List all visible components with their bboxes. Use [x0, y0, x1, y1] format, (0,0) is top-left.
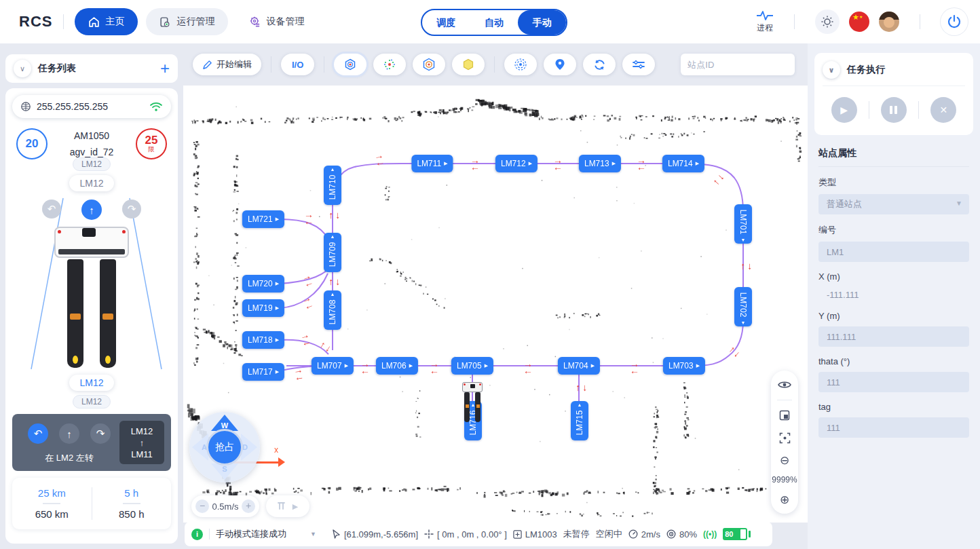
nav-straight-button[interactable]: ↑ [59, 423, 79, 444]
crosshair-icon [424, 529, 434, 539]
map-node-lm718[interactable]: LM718▶ [242, 331, 284, 349]
turn-right-button[interactable]: ↷ [122, 200, 141, 219]
connection-status: 手动模式连接成功 [216, 528, 286, 540]
station-properties-title: 站点属性 [818, 147, 969, 167]
map-node-lm719[interactable]: LM719▶ [242, 299, 284, 317]
manual-speed-control: − 0.5m/s + [191, 495, 259, 517]
agv-ip: 255.255.255.255 [37, 101, 108, 112]
network-icon [20, 101, 31, 112]
nav-home-pill[interactable]: 主页 [75, 8, 138, 35]
mode-dispatch[interactable]: 调度 [422, 10, 470, 35]
type-select-value[interactable] [818, 194, 969, 214]
start-edit-button[interactable]: 开始编辑 [193, 54, 261, 75]
joystick-d-button[interactable]: D [241, 434, 257, 461]
agv-speed-row: 20 AM1050 agv_id_72 25限 [12, 128, 171, 160]
turn-left-button[interactable]: ↶ [42, 200, 61, 219]
map-node-lm703[interactable]: LM703▶ [663, 357, 705, 375]
go-straight-button[interactable]: ↑ [81, 200, 102, 220]
theme-button[interactable] [815, 10, 840, 34]
map-node-lm711[interactable]: LM711▶ [411, 155, 453, 172]
zoom-in-button[interactable]: ⊕ [777, 492, 792, 507]
runtime-stat: 5 h 850 h [92, 487, 172, 520]
status-dropdown-caret[interactable]: ▼ [310, 531, 316, 537]
y-field[interactable] [818, 326, 969, 347]
nav-turn-left-button[interactable]: ↶ [28, 423, 48, 444]
map-node-lm720[interactable]: LM720▶ [242, 275, 284, 292]
nav-devices-pill[interactable]: 设备管理 [235, 8, 318, 35]
seize-control-button[interactable]: 抢占 [206, 429, 243, 466]
center-view-button[interactable] [777, 430, 792, 445]
task-play-button[interactable]: ▶ [831, 97, 857, 123]
user-avatar[interactable] [879, 12, 899, 32]
map-canvas[interactable]: LM711▶LM712▶LM713▶LM714▶▲LM710LM721▶▲LM7… [183, 86, 808, 523]
add-task-button[interactable]: + [160, 59, 170, 78]
speed-decrease-button[interactable]: − [195, 499, 209, 513]
current-station: LM1003 [513, 529, 557, 539]
layer-stations-button[interactable] [334, 54, 366, 75]
nav-turn-right-button[interactable]: ↷ [90, 423, 111, 444]
task-execution-title: 任务执行 [847, 64, 885, 76]
theta-field[interactable] [818, 372, 969, 392]
layer-zone-button[interactable] [452, 54, 485, 75]
map-node-lm701[interactable]: ▼LM701 [734, 204, 752, 244]
map-toolbar: 开始编辑 I/O [183, 43, 808, 86]
nav-operations-pill[interactable]: 运行管理 [146, 8, 228, 35]
speed-increase-button[interactable]: + [242, 499, 255, 513]
refresh-button[interactable] [583, 54, 616, 75]
tag-field[interactable] [818, 417, 969, 438]
map-node-lm713[interactable]: LM713▶ [579, 155, 621, 172]
locate-button[interactable] [544, 54, 576, 75]
io-button[interactable]: I/O [281, 54, 314, 75]
map-robot-marker[interactable] [462, 382, 483, 425]
zoom-out-button[interactable]: ⊖ [777, 453, 792, 468]
divider [271, 56, 271, 73]
direction-arrows: →← [304, 211, 314, 225]
task-cancel-button[interactable]: ✕ [930, 97, 956, 123]
manual-joystick: W A S D 抢占 [189, 412, 260, 482]
map-node-lm714[interactable]: LM714▶ [662, 155, 704, 172]
map-node-lm702[interactable]: ▼LM702 [734, 287, 752, 326]
station-search-input[interactable] [687, 60, 807, 70]
map-node-lm710[interactable]: ▲LM710 [324, 166, 341, 205]
filter-button[interactable] [622, 54, 655, 75]
agv-model: AM1050 [70, 128, 114, 144]
mode-auto[interactable]: 自动 [470, 10, 519, 35]
map-node-lm704[interactable]: LM704▶ [558, 357, 600, 375]
collapse-chevron-icon[interactable]: ∨ [14, 60, 31, 77]
map-node-lm709[interactable]: ▲LM709 [324, 233, 341, 272]
map-node-lm712[interactable]: LM712▶ [495, 155, 538, 172]
map-node-lm717[interactable]: LM717▶ [242, 363, 284, 381]
map-node-lm721[interactable]: LM721▶ [242, 210, 284, 228]
map-node-lm708[interactable]: ▲LM708 [324, 290, 341, 330]
task-pause-button[interactable] [881, 97, 907, 123]
map-node-lm706[interactable]: LM706▶ [376, 357, 418, 375]
map-node-lm707[interactable]: LM707▶ [312, 357, 354, 375]
type-select[interactable]: ▼ [818, 194, 969, 214]
collapse-chevron-icon[interactable]: ∨ [823, 61, 840, 79]
start-edit-label: 开始编辑 [216, 58, 252, 71]
minimap-button[interactable] [777, 408, 792, 423]
fork-action-button[interactable]: ▶ [266, 495, 309, 517]
layer-pointcloud-button[interactable] [373, 54, 406, 75]
speed-readout: 2m/s [628, 529, 660, 539]
info-icon: i [191, 529, 203, 540]
mode-manual[interactable]: 手动 [518, 10, 566, 35]
map-node-lm705[interactable]: LM705▶ [451, 357, 493, 375]
power-button[interactable] [941, 8, 968, 35]
turn-hint: 在 LM2 左转 [19, 452, 119, 464]
joystick-s-button[interactable]: S [211, 463, 238, 480]
map-node-lm715[interactable]: ▲LM715 [571, 401, 588, 440]
language-flag-button[interactable]: ★★ [849, 12, 869, 32]
target-station-chip: LM12 [69, 375, 114, 391]
station-chip-large: LM12 [69, 175, 114, 191]
layer-target-button[interactable] [413, 54, 445, 75]
relocate-button[interactable] [504, 54, 537, 75]
task-list-header: ∨ 任务列表 + [5, 54, 178, 83]
visibility-button[interactable] [777, 377, 792, 392]
route-box: LM12 ↑ LM11 [119, 421, 164, 464]
code-field[interactable] [818, 242, 969, 262]
odometer-stat: 25 km 650 km [12, 487, 92, 520]
agv-ip-row[interactable]: 255.255.255.255 [12, 95, 171, 118]
agv-lane-view: ↶ ↑ ↷ [12, 194, 171, 371]
process-button[interactable]: 进程 [756, 10, 774, 34]
